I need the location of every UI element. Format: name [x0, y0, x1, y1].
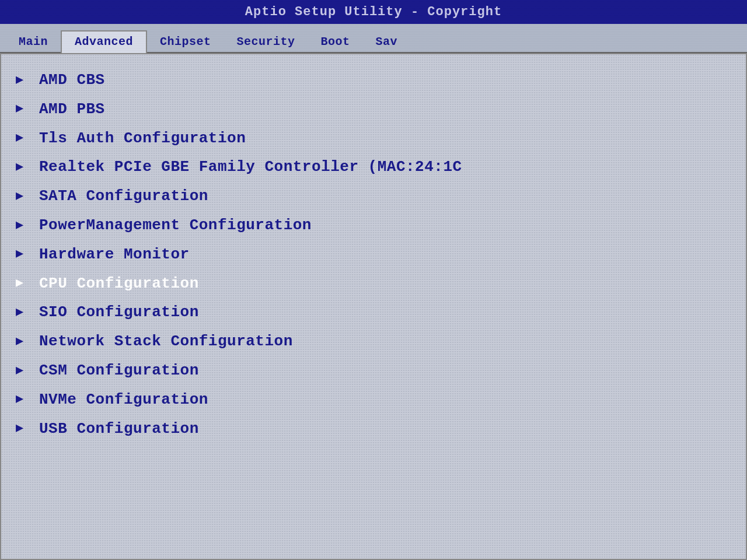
nav-tab-main[interactable]: Main	[6, 32, 61, 52]
nav-tab-chipset[interactable]: Chipset	[147, 32, 224, 52]
nav-tab-security[interactable]: Security	[224, 32, 308, 52]
title-text: Aptio Setup Utility - Copyright	[245, 5, 502, 19]
nav-bar: MainAdvancedChipsetSecurityBootSav	[0, 24, 747, 53]
arrow-icon-realtek-pcie: ▶	[16, 159, 27, 176]
menu-item-usb-config[interactable]: ▶USB Configuration	[7, 415, 740, 444]
nav-tab-save[interactable]: Sav	[363, 32, 411, 52]
arrow-icon-nvme-config: ▶	[16, 391, 27, 408]
menu-item-hardware-monitor[interactable]: ▶Hardware Monitor	[7, 240, 740, 270]
arrow-icon-network-stack-config: ▶	[16, 334, 27, 351]
menu-item-csm-config[interactable]: ▶CSM Configuration	[7, 356, 740, 386]
nav-tab-advanced[interactable]: Advanced	[61, 30, 147, 53]
menu-item-label-network-stack-config: Network Stack Configuration	[39, 332, 293, 352]
menu-item-label-cpu-config: CPU Configuration	[39, 274, 199, 294]
menu-item-amd-pbs[interactable]: ▶AMD PBS	[7, 95, 740, 124]
nav-tab-boot[interactable]: Boot	[308, 32, 363, 52]
title-bar: Aptio Setup Utility - Copyright	[0, 0, 747, 24]
menu-item-label-amd-cbs: AMD CBS	[39, 71, 105, 90]
main-content: ▶AMD CBS▶AMD PBS▶Tls Auth Configuration▶…	[0, 53, 747, 560]
arrow-icon-usb-config: ▶	[16, 421, 27, 438]
menu-item-sio-config[interactable]: ▶SIO Configuration	[7, 298, 740, 327]
menu-item-label-nvme-config: NVMe Configuration	[39, 390, 208, 410]
menu-item-label-powermgmt-config: PowerManagement Configuration	[39, 216, 312, 236]
arrow-icon-cpu-config: ▶	[16, 275, 27, 292]
menu-item-cpu-config[interactable]: ▶CPU Configuration	[7, 270, 740, 299]
menu-item-powermgmt-config[interactable]: ▶PowerManagement Configuration	[7, 211, 740, 240]
arrow-icon-amd-pbs: ▶	[16, 101, 27, 118]
menu-item-tls-auth[interactable]: ▶Tls Auth Configuration	[7, 124, 740, 153]
menu-item-label-sio-config: SIO Configuration	[39, 303, 199, 323]
arrow-icon-amd-cbs: ▶	[16, 72, 27, 89]
menu-item-network-stack-config[interactable]: ▶Network Stack Configuration	[7, 327, 740, 356]
menu-item-label-hardware-monitor: Hardware Monitor	[39, 245, 190, 265]
arrow-icon-sio-config: ▶	[16, 304, 27, 321]
menu-item-label-usb-config: USB Configuration	[39, 419, 199, 439]
menu-item-label-realtek-pcie: Realtek PCIe GBE Family Controller (MAC:…	[39, 158, 462, 177]
menu-list: ▶AMD CBS▶AMD PBS▶Tls Auth Configuration▶…	[7, 66, 740, 443]
arrow-icon-powermgmt-config: ▶	[16, 218, 27, 235]
menu-item-nvme-config[interactable]: ▶NVMe Configuration	[7, 386, 740, 415]
menu-item-realtek-pcie[interactable]: ▶Realtek PCIe GBE Family Controller (MAC…	[7, 153, 740, 182]
arrow-icon-tls-auth: ▶	[16, 130, 27, 147]
menu-item-amd-cbs[interactable]: ▶AMD CBS	[7, 66, 740, 95]
arrow-icon-hardware-monitor: ▶	[16, 246, 27, 263]
menu-item-label-tls-auth: Tls Auth Configuration	[39, 129, 246, 149]
menu-item-sata-config[interactable]: ▶SATA Configuration	[7, 182, 740, 211]
arrow-icon-csm-config: ▶	[16, 363, 27, 380]
arrow-icon-sata-config: ▶	[16, 188, 27, 205]
menu-item-label-sata-config: SATA Configuration	[39, 187, 208, 206]
menu-item-label-amd-pbs: AMD PBS	[39, 100, 105, 120]
menu-item-label-csm-config: CSM Configuration	[39, 361, 199, 381]
